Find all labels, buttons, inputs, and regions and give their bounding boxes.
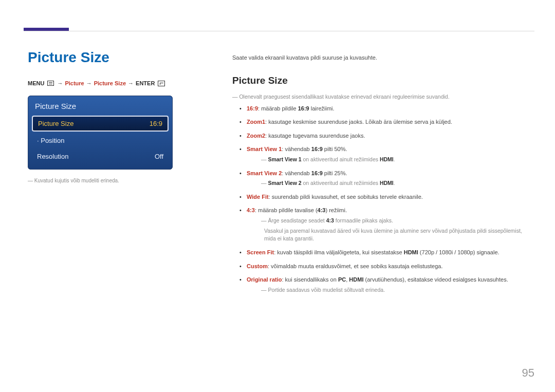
sub-bold: Smart View 1 (268, 156, 301, 162)
sub-text: . (394, 156, 395, 162)
option-text: : vähendab (282, 170, 311, 176)
osd-row-resolution[interactable]: Resolution Off (32, 150, 169, 163)
option-bold: HDMI (349, 276, 363, 283)
option-tail: pilti 25%. (323, 170, 347, 176)
list-item: Custom: võimaldab muuta eraldusvõimet, e… (232, 262, 528, 271)
sub-note: Smart View 1 on aktiveeritud ainult reži… (261, 156, 528, 164)
option-lead: Screen Fit (247, 249, 274, 255)
section-heading: Picture Size (232, 73, 528, 88)
sub-note: Ärge seadistage seadet 4:3 formaadile pi… (261, 217, 528, 225)
option-bold: 16:9 (311, 146, 323, 152)
sub-text: on aktiveeritud ainult režiimides (302, 180, 380, 186)
option-tail: (arvutiühendus), esitatakse videod esial… (363, 276, 508, 283)
option-tail: pilti 50%. (323, 146, 347, 152)
option-text: : vähendab (282, 146, 311, 152)
option-bold: 16:9 (311, 170, 323, 176)
list-item: 16:9: määrab pildile 16:9 lairežiimi. (232, 104, 528, 113)
option-bold: 16:9 (298, 105, 309, 111)
option-lead: Smart View 1 (247, 146, 282, 152)
osd-row-value: 16:9 (150, 120, 162, 127)
sub-bold: HDMI (380, 180, 394, 186)
osd-row-picture-size[interactable]: Picture Size 16:9 (32, 116, 169, 132)
option-text: : kuvab täispildi ilma väljalõigeteta, k… (274, 249, 404, 255)
option-lead: 4:3 (247, 207, 255, 213)
enter-icon (158, 81, 165, 86)
page-title: Picture Size (28, 49, 197, 66)
breadcrumb: MENU → Picture → Picture Size → ENTER (28, 80, 197, 86)
page-number: 95 (522, 366, 534, 380)
option-bold: 4:3 (318, 207, 326, 213)
sub-bold: HDMI (380, 156, 394, 162)
osd-row-label: Resolution (37, 153, 68, 160)
list-item: 4:3: määrab pildile tavalise (4:3) režii… (232, 206, 528, 243)
sub-note: Smart View 2 on aktiveeritud ainult reži… (261, 179, 528, 188)
option-lead: Zoom1 (247, 119, 265, 125)
osd-row-position[interactable]: · Position (32, 134, 169, 147)
sub-text: formaadile pikaks ajaks. (334, 217, 393, 223)
osd-row-value: Off (155, 153, 163, 160)
list-item: Smart View 2: vähendab 16:9 pilti 25%. S… (232, 169, 528, 188)
option-tail: lairežiimi. (309, 105, 335, 111)
option-tail: (720p / 1080i / 1080p) signaale. (418, 249, 499, 255)
breadcrumb-picture: Picture (65, 80, 84, 86)
sub-note-long: Vasakul ja paremal kuvatavad ääred või k… (247, 227, 528, 244)
option-lead: Original ratio (247, 276, 282, 283)
option-list: 16:9: määrab pildile 16:9 lairežiimi. Zo… (232, 104, 528, 294)
breadcrumb-arrow: → (57, 80, 63, 86)
option-text: : kui sisendallikaks on (282, 276, 338, 283)
option-lead: Wide Fit (247, 194, 269, 200)
list-item: Smart View 1: vähendab 16:9 pilti 50%. S… (232, 145, 528, 163)
breadcrumb-enter: ENTER (136, 80, 155, 86)
section-note: Olenevalt praegusest sisendallikast kuva… (232, 93, 528, 101)
list-item: Zoom1: kasutage keskmise suurenduse jaok… (232, 118, 528, 126)
breadcrumb-menu: MENU (28, 80, 44, 86)
osd-title: Picture Size (32, 100, 169, 116)
list-item: Wide Fit: suurendab pildi kuvasuhet, et … (232, 193, 528, 201)
option-text: : määrab pildile (258, 105, 298, 111)
option-text: : suurendab pildi kuvasuhet, et see sobi… (269, 194, 423, 200)
option-lead: Smart View 2 (247, 170, 282, 176)
osd-row-label: · Position (37, 137, 64, 144)
header-divider (24, 31, 534, 31)
option-tail: ) režiimi. (325, 207, 347, 213)
sub-text: on aktiveeritud ainult režiimides (302, 156, 380, 162)
right-column: Saate valida ekraanil kuvatava pildi suu… (232, 53, 528, 299)
osd-panel: Picture Size Picture Size 16:9 · Positio… (28, 96, 173, 170)
option-bold: PC (338, 276, 346, 283)
option-text: : võimaldab muuta eraldusvõimet, et see … (268, 263, 443, 269)
osd-footnote: Kuvatud kujutis võib mudeliti erineda. (28, 178, 197, 183)
menu-icon (47, 81, 54, 86)
list-item: Screen Fit: kuvab täispildi ilma väljalõ… (232, 248, 528, 257)
option-lead: Zoom2 (247, 133, 265, 139)
option-lead: Custom (247, 263, 268, 269)
option-text: : kasutage tugevama suurenduse jaoks. (265, 133, 365, 139)
left-column: Picture Size MENU → Picture → Picture Si… (28, 49, 197, 183)
breadcrumb-arrow: → (128, 80, 134, 86)
option-text: : kasutage keskmise suurenduse jaoks. Lõ… (265, 119, 452, 125)
intro-text: Saate valida ekraanil kuvatava pildi suu… (232, 53, 528, 62)
sub-text: . (394, 180, 395, 186)
sub-text: Ärge seadistage seadet (268, 217, 326, 223)
breadcrumb-picture-size: Picture Size (94, 80, 126, 86)
sub-bold: 4:3 (326, 217, 334, 223)
option-bold: HDMI (404, 249, 418, 255)
sub-bold: Smart View 2 (268, 180, 301, 186)
option-text: : määrab pildile tavalise ( (255, 207, 318, 213)
list-item: Zoom2: kasutage tugevama suurenduse jaok… (232, 132, 528, 140)
list-item: Original ratio: kui sisendallikaks on PC… (232, 275, 528, 294)
sub-note: Portide saadavus võib mudelist sõltuvalt… (261, 286, 528, 294)
osd-row-label: Picture Size (38, 120, 73, 127)
option-lead: 16:9 (247, 105, 258, 111)
breadcrumb-arrow: → (86, 80, 92, 86)
